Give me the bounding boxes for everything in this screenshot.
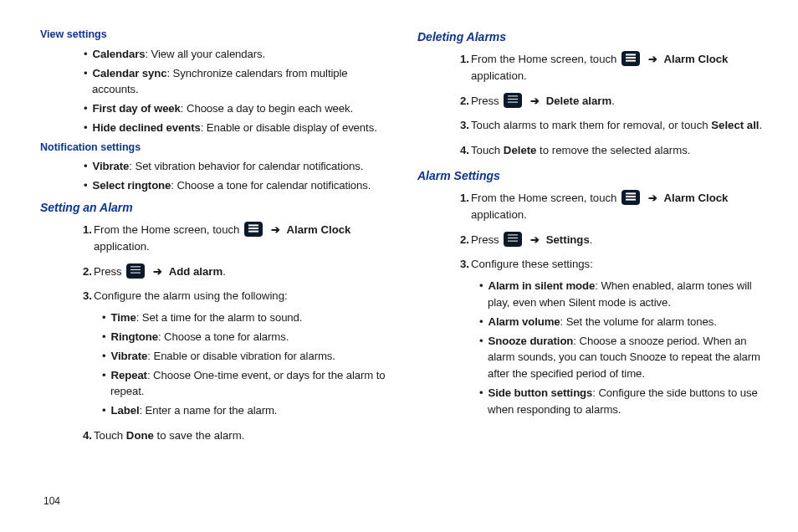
list-item: Calendars: View all your calendars. xyxy=(84,46,387,63)
step: Touch Delete to remove the selected alar… xyxy=(454,142,765,159)
list-item: Repeat: Choose One-time event, or days f… xyxy=(102,367,387,401)
menu-icon xyxy=(244,222,263,237)
list-item: Time: Set a time for the alarm to sound. xyxy=(102,309,387,326)
list-item: Select ringtone: Choose a tone for calen… xyxy=(84,177,387,194)
step: Configure the alarm using the following:… xyxy=(77,288,387,419)
arrow-icon: ➔ xyxy=(530,232,540,248)
list-item: Alarm in silent mode: When enabled, alar… xyxy=(479,278,765,311)
step: From the Home screen, touch ➔ Alarm Cloc… xyxy=(77,222,387,255)
heading-notification-settings: Notification settings xyxy=(40,140,387,156)
arrow-icon: ➔ xyxy=(271,222,280,238)
list-item: Label: Enter a name for the alarm. xyxy=(102,402,387,419)
list-item: Side button settings: Configure the side… xyxy=(479,385,765,418)
list-item: Vibrate: Set vibration behavior for cale… xyxy=(84,158,387,175)
steps-deleting-alarms: From the Home screen, touch ➔ Alarm Cloc… xyxy=(417,51,765,159)
list-item: Snooze duration: Choose a snooze period.… xyxy=(479,333,765,382)
steps-alarm-settings: From the Home screen, touch ➔ Alarm Cloc… xyxy=(417,190,765,418)
page-number: 104 xyxy=(43,494,60,509)
list-alarm-config: Time: Set a time for the alarm to sound.… xyxy=(94,309,387,419)
list-item: Ringtone: Choose a tone for alarms. xyxy=(102,329,387,345)
left-column: View settings Calendars: View all your c… xyxy=(40,23,387,453)
menu-icon xyxy=(126,263,145,279)
list-notification-settings: Vibrate: Set vibration behavior for cale… xyxy=(40,158,387,194)
list-item: Hide declined events: Enable or disable … xyxy=(84,120,387,136)
menu-icon xyxy=(622,51,640,66)
arrow-icon: ➔ xyxy=(648,190,657,207)
heading-alarm-settings: Alarm Settings xyxy=(417,167,765,185)
menu-icon xyxy=(622,190,640,205)
step: Touch Done to save the alarm. xyxy=(77,427,387,444)
step: Press ➔ Delete alarm. xyxy=(454,93,765,110)
step: Press ➔ Add alarm. xyxy=(77,263,387,280)
list-item: First day of week: Choose a day to begin… xyxy=(84,100,387,117)
arrow-icon: ➔ xyxy=(530,93,540,110)
menu-icon xyxy=(504,232,522,247)
list-view-settings: Calendars: View all your calendars.Calen… xyxy=(40,46,387,136)
right-column: Deleting Alarms From the Home screen, to… xyxy=(417,23,765,453)
menu-icon xyxy=(504,93,522,108)
page: View settings Calendars: View all your c… xyxy=(0,0,798,468)
step: Press ➔ Settings. xyxy=(454,232,765,248)
step: Configure these settings: Alarm in silen… xyxy=(454,256,765,417)
arrow-icon: ➔ xyxy=(153,263,162,280)
list-item: Alarm volume: Set the volume for alarm t… xyxy=(479,314,765,330)
arrow-icon: ➔ xyxy=(648,51,657,68)
list-alarm-settings: Alarm in silent mode: When enabled, alar… xyxy=(471,278,765,417)
list-item: Vibrate: Enable or disable vibration for… xyxy=(102,348,387,365)
heading-deleting-alarms: Deleting Alarms xyxy=(417,28,765,46)
heading-view-settings: View settings xyxy=(40,27,387,43)
list-item: Calendar sync: Synchronize calendars fro… xyxy=(84,65,387,99)
step: From the Home screen, touch ➔ Alarm Cloc… xyxy=(454,51,765,84)
heading-setting-an-alarm: Setting an Alarm xyxy=(40,199,387,217)
steps-setting-alarm: From the Home screen, touch ➔ Alarm Cloc… xyxy=(40,222,387,444)
step: From the Home screen, touch ➔ Alarm Cloc… xyxy=(454,190,765,223)
step: Touch alarms to mark them for removal, o… xyxy=(454,117,765,134)
